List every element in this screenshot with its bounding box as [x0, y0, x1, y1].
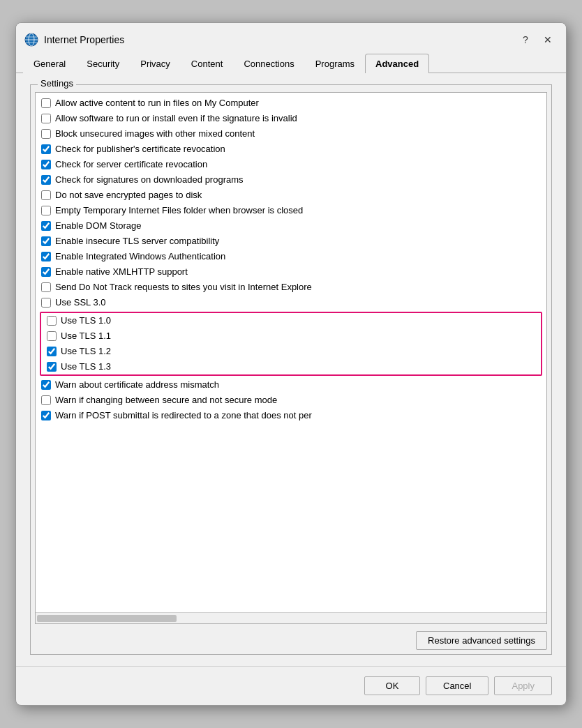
setting-checkbox[interactable]: [41, 252, 51, 261]
setting-label: Send Do Not Track requests to sites you …: [55, 282, 312, 294]
setting-label: Check for publisher's certificate revoca…: [55, 144, 225, 156]
setting-checkbox[interactable]: [41, 395, 51, 405]
setting-label: Warn if changing between secure and not …: [55, 395, 277, 407]
setting-label: Warn if POST submittal is redirected to …: [55, 410, 312, 422]
setting-label: Check for signatures on downloaded progr…: [55, 174, 244, 186]
list-item: Use TLS 1.3: [41, 359, 541, 374]
setting-label: Use SSL 3.0: [55, 297, 106, 309]
list-item: Empty Temporary Internet Files folder wh…: [36, 203, 546, 218]
tab-advanced[interactable]: Advanced: [365, 54, 429, 73]
setting-checkbox[interactable]: [41, 144, 51, 154]
settings-legend: Settings: [38, 78, 76, 89]
horizontal-scrollbar[interactable]: [36, 612, 546, 623]
setting-checkbox[interactable]: [47, 316, 57, 326]
setting-checkbox[interactable]: [41, 298, 51, 308]
tab-privacy[interactable]: Privacy: [130, 54, 181, 73]
setting-label: Enable insecure TLS server compatibility: [55, 236, 219, 248]
settings-scroll-area[interactable]: Allow active content to run in files on …: [36, 93, 546, 612]
tab-programs[interactable]: Programs: [305, 54, 365, 73]
hscroll-thumb: [37, 615, 177, 622]
setting-label: Do not save encrypted pages to disk: [55, 190, 202, 202]
restore-advanced-button[interactable]: Restore advanced settings: [416, 631, 547, 650]
list-item: Warn about certificate address mismatch: [36, 377, 546, 393]
dialog-title: Internet Properties: [44, 34, 124, 45]
setting-checkbox[interactable]: [41, 114, 51, 123]
settings-list: Allow active content to run in files on …: [35, 92, 547, 624]
setting-label: Check for server certificate revocation: [55, 159, 207, 171]
setting-checkbox[interactable]: [47, 347, 57, 356]
list-item: Allow software to run or install even if…: [36, 111, 546, 126]
setting-label: Use TLS 1.3: [61, 361, 111, 373]
setting-label: Block unsecured images with other mixed …: [55, 128, 255, 140]
tls-highlight-group: Use TLS 1.0Use TLS 1.1Use TLS 1.2Use TLS…: [40, 312, 542, 376]
tab-security[interactable]: Security: [76, 54, 130, 73]
list-item: Use TLS 1.1: [41, 328, 541, 344]
list-item: Send Do Not Track requests to sites you …: [36, 280, 546, 295]
internet-properties-dialog: Internet Properties ? ✕ General Security…: [15, 22, 567, 706]
setting-checkbox[interactable]: [41, 190, 51, 200]
list-item: Check for server certificate revocation: [36, 157, 546, 172]
setting-checkbox[interactable]: [41, 380, 51, 390]
list-item: Warn if changing between secure and not …: [36, 393, 546, 408]
settings-group: Settings Allow active content to run in …: [30, 84, 552, 655]
list-item: Allow active content to run in files on …: [36, 96, 546, 111]
setting-checkbox[interactable]: [41, 236, 51, 246]
setting-checkbox[interactable]: [41, 160, 51, 169]
title-bar: Internet Properties ? ✕: [16, 23, 566, 54]
apply-button[interactable]: Apply: [494, 676, 552, 695]
app-icon: [24, 33, 38, 47]
setting-checkbox[interactable]: [47, 331, 57, 341]
content-area: Settings Allow active content to run in …: [16, 73, 566, 666]
close-button[interactable]: ✕: [538, 30, 558, 50]
setting-checkbox[interactable]: [41, 175, 51, 185]
setting-checkbox[interactable]: [47, 362, 57, 372]
list-item: Enable native XMLHTTP support: [36, 264, 546, 280]
ok-button[interactable]: OK: [364, 676, 420, 695]
setting-checkbox[interactable]: [41, 282, 51, 292]
tab-bar: General Security Privacy Content Connect…: [16, 54, 566, 73]
setting-label: Use TLS 1.0: [61, 315, 111, 327]
list-item: Check for signatures on downloaded progr…: [36, 172, 546, 188]
setting-checkbox[interactable]: [41, 129, 51, 139]
setting-label: Warn about certificate address mismatch: [55, 379, 219, 391]
setting-checkbox[interactable]: [41, 98, 51, 108]
list-item: Use TLS 1.0: [41, 313, 541, 328]
dialog-footer: OK Cancel Apply: [16, 666, 566, 705]
tab-general[interactable]: General: [23, 54, 76, 73]
setting-checkbox[interactable]: [41, 411, 51, 420]
setting-label: Enable Integrated Windows Authentication: [55, 251, 225, 263]
list-item: Use SSL 3.0: [36, 295, 546, 310]
setting-label: Use TLS 1.2: [61, 346, 111, 358]
setting-checkbox[interactable]: [41, 221, 51, 231]
list-item: Warn if POST submittal is redirected to …: [36, 408, 546, 423]
setting-label: Allow active content to run in files on …: [55, 98, 259, 109]
restore-row: Restore advanced settings: [35, 631, 547, 650]
list-item: Enable DOM Storage: [36, 218, 546, 234]
title-bar-left: Internet Properties: [24, 33, 124, 47]
tab-content[interactable]: Content: [181, 54, 234, 73]
setting-checkbox[interactable]: [41, 267, 51, 277]
setting-label: Allow software to run or install even if…: [55, 113, 297, 125]
cancel-button[interactable]: Cancel: [426, 676, 488, 695]
setting-label: Use TLS 1.1: [61, 331, 111, 342]
tab-connections[interactable]: Connections: [233, 54, 304, 73]
list-item: Do not save encrypted pages to disk: [36, 188, 546, 203]
list-item: Block unsecured images with other mixed …: [36, 126, 546, 142]
title-bar-right: ? ✕: [516, 30, 558, 50]
list-item: Enable Integrated Windows Authentication: [36, 249, 546, 264]
setting-checkbox[interactable]: [41, 206, 51, 215]
help-button[interactable]: ?: [516, 30, 535, 50]
setting-label: Enable native XMLHTTP support: [55, 266, 188, 278]
list-item: Check for publisher's certificate revoca…: [36, 142, 546, 157]
list-item: Use TLS 1.2: [41, 344, 541, 359]
setting-label: Enable DOM Storage: [55, 220, 142, 232]
setting-label: Empty Temporary Internet Files folder wh…: [55, 205, 303, 217]
list-item: Enable insecure TLS server compatibility: [36, 234, 546, 249]
